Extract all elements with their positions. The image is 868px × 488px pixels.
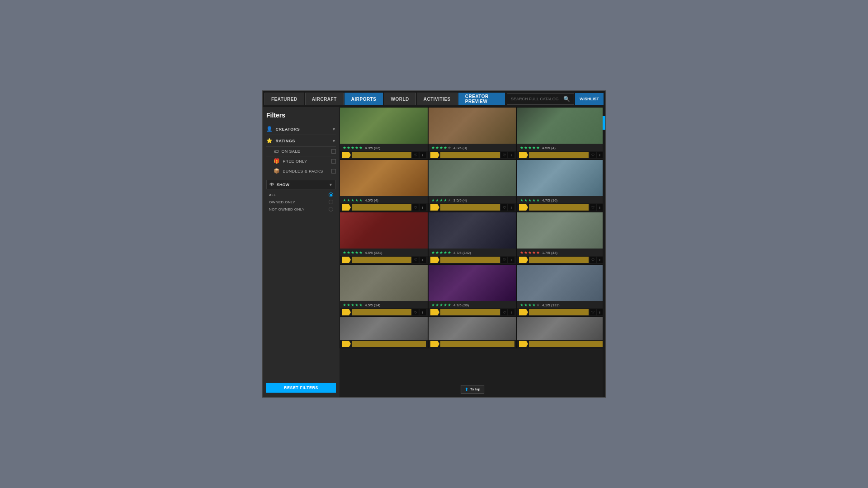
- filter-item-on-sale[interactable]: 🏷 ON SALE: [266, 147, 336, 156]
- scrollbar[interactable]: [603, 107, 605, 397]
- grid-item-1[interactable]: ★★★★★ 4.9/5 (32) ♡ i: [340, 107, 428, 160]
- grid-item-8[interactable]: ★★★★★ 4.7/5 (142) ♡ i: [428, 212, 517, 264]
- filter-item-bundles[interactable]: 📦 BUNDLES & PACKS: [266, 166, 336, 176]
- action-arrow-icon-partial-15: [519, 341, 528, 347]
- stars-4: ★★★★★: [343, 198, 363, 202]
- grid-item-15[interactable]: [517, 317, 605, 348]
- item-btn-info-4[interactable]: i: [420, 204, 426, 211]
- rating-row-12: ★★★★★ 4.1/5 (131): [520, 303, 602, 307]
- tab-featured[interactable]: FEATURED: [264, 93, 304, 105]
- item-btn-heart-1[interactable]: ♡: [412, 152, 419, 158]
- item-btn-heart-2[interactable]: ♡: [501, 152, 507, 158]
- item-btn-heart-9[interactable]: ♡: [590, 257, 596, 263]
- item-btn-heart-11[interactable]: ♡: [501, 309, 507, 315]
- item-btn-info-8[interactable]: i: [508, 257, 514, 263]
- grid-item-12[interactable]: ★★★★★ 4.1/5 (131) ♡ i: [517, 264, 605, 317]
- star-1: ★: [343, 198, 346, 202]
- star-5: ★: [536, 250, 540, 255]
- radio-item-owned[interactable]: OWNED ONLY: [266, 198, 336, 206]
- grid-item-5[interactable]: ★★★★★ 3.5/5 (4) ♡ i: [428, 160, 517, 212]
- item-btn-info-9[interactable]: i: [597, 257, 603, 263]
- grid-item-10[interactable]: ★★★★★ 4.5/5 (14) ♡ i: [340, 264, 428, 317]
- item-image-13: [340, 317, 428, 340]
- to-top-button[interactable]: ⬆ To top: [461, 385, 484, 394]
- star-2: ★: [524, 198, 528, 202]
- item-btn-heart-7[interactable]: ♡: [412, 257, 419, 263]
- grid-item-7[interactable]: ★★★★★ 4.5/5 (321) ♡ i: [340, 212, 428, 264]
- checkbox-on-sale[interactable]: [331, 149, 336, 154]
- item-btn-heart-6[interactable]: ♡: [590, 204, 596, 211]
- tab-world[interactable]: WORLD: [384, 93, 415, 105]
- radio-item-all[interactable]: ALL: [266, 191, 336, 198]
- item-btn-info-12[interactable]: i: [597, 309, 603, 315]
- item-btn-heart-12[interactable]: ♡: [590, 309, 596, 315]
- item-btn-info-1[interactable]: i: [420, 152, 426, 158]
- grid-item-3[interactable]: ★★★★★ 4.5/5 (4) ♡ i: [517, 107, 605, 160]
- star-2: ★: [347, 250, 350, 255]
- show-label: SHOW: [277, 183, 289, 187]
- item-btn-info-5[interactable]: i: [508, 204, 514, 211]
- radio-item-not-owned[interactable]: NOT OWNED ONLY: [266, 206, 336, 213]
- item-actions-7: ♡ i: [340, 256, 428, 264]
- tab-airports[interactable]: AIRPORTS: [344, 93, 383, 105]
- search-input[interactable]: [511, 97, 561, 101]
- item-info-5: ★★★★★ 3.5/5 (4): [429, 196, 516, 203]
- action-arrow-icon-11: [430, 309, 439, 315]
- star-1: ★: [520, 198, 524, 202]
- item-btn-info-6[interactable]: i: [597, 204, 603, 211]
- item-image-9: [517, 212, 605, 249]
- filter-label-ratings: RATINGS: [276, 139, 295, 143]
- grid-item-2[interactable]: ★★★★★ 4.3/5 (3) ♡ i: [428, 107, 517, 160]
- grid-item-9[interactable]: ★★★★★ 1.7/5 (44) ♡ i: [517, 212, 605, 264]
- checkbox-free-only[interactable]: [331, 159, 336, 164]
- star-1: ★: [431, 198, 435, 202]
- item-btn-heart-10[interactable]: ♡: [412, 309, 419, 315]
- search-icon[interactable]: 🔍: [563, 96, 570, 102]
- item-btn-heart-5[interactable]: ♡: [501, 204, 507, 211]
- rating-text-7: 4.5/5 (321): [365, 251, 382, 255]
- tab-activities[interactable]: ACTIVITIES: [417, 93, 458, 105]
- item-btn-heart-4[interactable]: ♡: [412, 204, 419, 211]
- item-actions-3: ♡ i: [517, 151, 605, 159]
- item-btn-info-7[interactable]: i: [420, 257, 426, 263]
- grid-item-11[interactable]: ★★★★★ 4.7/5 (39) ♡ i: [428, 264, 517, 317]
- checkbox-bundles[interactable]: [331, 169, 336, 174]
- grid-item-14[interactable]: [428, 317, 517, 348]
- item-btn-heart-8[interactable]: ♡: [501, 257, 507, 263]
- rating-text-11: 4.7/5 (39): [453, 303, 469, 307]
- item-image-5: [429, 160, 516, 196]
- filter-header-creators[interactable]: 👤 CREATORS ▼: [266, 123, 336, 135]
- show-header[interactable]: 👁 SHOW ▼: [266, 180, 336, 189]
- grid-item-4[interactable]: ★★★★★ 4.5/5 (4) ♡ i: [340, 160, 428, 212]
- star-3: ★: [528, 250, 532, 255]
- tab-aircraft[interactable]: AIRCRAFT: [305, 93, 344, 105]
- item-info-1: ★★★★★ 4.9/5 (32): [340, 144, 428, 151]
- wishlist-button[interactable]: WISHLIST: [575, 93, 604, 105]
- main-layout: Filters 👤 CREATORS ▼ ⭐ RATINGS: [263, 107, 605, 397]
- to-top-arrow-icon: ⬆: [465, 387, 468, 392]
- star-3: ★: [439, 198, 443, 202]
- search-bar: 🔍: [507, 93, 574, 105]
- action-arrow-icon-9: [519, 257, 528, 263]
- item-btn-info-10[interactable]: i: [420, 309, 426, 315]
- filter-header-ratings[interactable]: ⭐ RATINGS ▼: [266, 135, 336, 146]
- item-btn-info-11[interactable]: i: [508, 309, 514, 315]
- reset-filters-button[interactable]: RESET FILTERS: [266, 383, 336, 393]
- stars-8: ★★★★★: [431, 250, 451, 255]
- item-actions-partial-14: [429, 340, 516, 348]
- stars-11: ★★★★★: [431, 303, 451, 307]
- tab-creator-preview[interactable]: CREATOR PREVIEW: [458, 93, 505, 105]
- grid-item-13[interactable]: [340, 317, 428, 348]
- item-image-14: [429, 317, 516, 340]
- rating-row-2: ★★★★★ 4.3/5 (3): [431, 145, 514, 150]
- scrollbar-thumb[interactable]: [603, 116, 605, 130]
- item-btn-info-3[interactable]: i: [597, 152, 603, 158]
- grid-item-6[interactable]: ★★★★★ 4.7/5 (16) ♡ i: [517, 160, 605, 212]
- star-3: ★: [439, 145, 443, 150]
- rating-row-7: ★★★★★ 4.5/5 (321): [343, 250, 425, 255]
- filter-item-free-only[interactable]: 🎁 FREE ONLY: [266, 156, 336, 166]
- item-btn-info-2[interactable]: i: [508, 152, 514, 158]
- item-btn-heart-3[interactable]: ♡: [590, 152, 596, 158]
- rating-text-3: 4.5/5 (4): [542, 146, 556, 150]
- item-info-10: ★★★★★ 4.5/5 (14): [340, 301, 428, 308]
